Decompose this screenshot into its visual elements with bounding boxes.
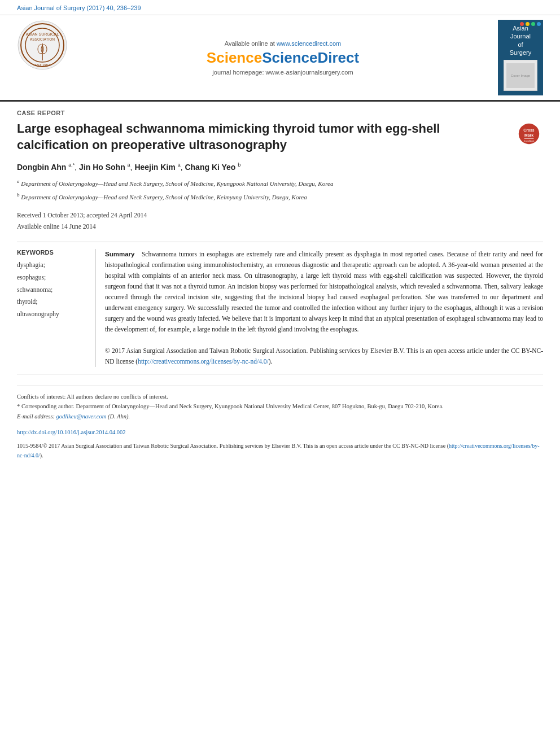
journal-cover: AsianJournalofSurgery Cover Image xyxy=(498,20,543,95)
dot-red xyxy=(520,22,524,26)
cc-license-link-2[interactable]: http://creativecommons.org/licenses/by-n… xyxy=(17,443,540,458)
corresponding-text: * Corresponding author. Department of Ot… xyxy=(17,401,543,412)
keyword-2: esophagus; xyxy=(17,272,89,284)
article-title-row: Large esophageal schwannoma mimicking th… xyxy=(17,121,543,153)
top-bar: Asian Journal of Surgery (2017) 40, 236–… xyxy=(0,0,560,15)
main-content: CASE REPORT Large esophageal schwannoma … xyxy=(0,102,560,471)
page: Asian Journal of Surgery (2017) 40, 236–… xyxy=(0,0,560,747)
issn-text: 1015-9584/© 2017 Asian Surgical Associat… xyxy=(17,443,540,458)
banner-center: Available online at www.sciencedirect.co… xyxy=(75,20,491,95)
section-label: CASE REPORT xyxy=(17,110,543,116)
keyword-4: thyroid; xyxy=(17,296,89,308)
svg-text:Mark: Mark xyxy=(524,133,533,137)
journal-citation: Asian Journal of Surgery (2017) 40, 236–… xyxy=(17,5,141,11)
summary-copyright: © 2017 Asian Surgical Association and Ta… xyxy=(105,347,543,365)
email-link[interactable]: godlikeu@naver.com xyxy=(56,413,107,420)
author-3: Heejin Kim a xyxy=(134,163,180,172)
dot-blue xyxy=(537,22,541,26)
keyword-5: ultrasonography xyxy=(17,308,89,321)
affiliations: a Department of Otolaryngology—Head and … xyxy=(17,177,543,203)
svg-text:CrossMark: CrossMark xyxy=(524,140,534,142)
summary-label: Summary xyxy=(105,251,134,257)
email-label: E-mail address: xyxy=(17,413,55,420)
keywords-column: KEYWORDS dysphagia; esophagus; schwannom… xyxy=(17,249,96,367)
svg-text:Cover Image: Cover Image xyxy=(511,74,531,77)
keywords-list: dysphagia; esophagus; schwannoma; thyroi… xyxy=(17,259,89,321)
journal-logo: ASIAN SURGICAL ASSOCIATION EST 1987 xyxy=(17,20,68,71)
issn-line: 1015-9584/© 2017 Asian Surgical Associat… xyxy=(17,441,543,460)
dates-section: Received 1 October 2013; accepted 24 Apr… xyxy=(17,209,543,233)
svg-text:ASIAN SURGICAL: ASIAN SURGICAL xyxy=(26,32,59,36)
author-4: Chang Ki Yeo b xyxy=(185,163,240,172)
keywords-summary-section: KEYWORDS dysphagia; esophagus; schwannom… xyxy=(17,242,543,374)
sciencedirect-link[interactable]: www.sciencedirect.com xyxy=(277,40,341,47)
dot-yellow xyxy=(526,22,530,26)
authors: Dongbin Ahn a,*, Jin Ho Sohn a, Heejin K… xyxy=(17,162,543,172)
affiliation-a: a Department of Otolaryngology—Head and … xyxy=(17,177,543,189)
email-suffix: (D. Ahn). xyxy=(108,413,130,420)
svg-text:EST 1987: EST 1987 xyxy=(35,63,50,67)
summary-column: Summary Schwannoma tumors in esophagus a… xyxy=(105,249,543,367)
available-text: Available online at www.sciencedirect.co… xyxy=(225,40,341,47)
keyword-1: dysphagia; xyxy=(17,259,89,272)
article-title: Large esophageal schwannoma mimicking th… xyxy=(17,121,504,153)
keyword-3: schwannoma; xyxy=(17,284,89,296)
author-1: Dongbin Ahn a,* xyxy=(17,163,75,172)
summary-text: Schwannoma tumors in esophagus are extre… xyxy=(105,251,543,333)
journal-cover-title: AsianJournalofSurgery xyxy=(510,24,532,56)
dot-green xyxy=(531,22,535,26)
sciencedirect-logo: ScienceScienceDirect xyxy=(207,49,359,67)
author-2: Jin Ho Sohn a xyxy=(79,163,130,172)
window-dots xyxy=(520,22,541,26)
journal-cover-image: Cover Image xyxy=(504,60,537,91)
footer-links: http://dx.doi.org/10.1016/j.asjsur.2014.… xyxy=(17,427,543,438)
footer-section: Conflicts of interest: All authors decla… xyxy=(17,386,543,460)
available-online-date: Available online 14 June 2014 xyxy=(17,221,543,233)
conflicts-text: Conflicts of interest: All authors decla… xyxy=(17,392,543,402)
crossmark-badge: Cross Mark CrossMark xyxy=(515,123,543,145)
journal-homepage: journal homepage: www.e-asianjournalsurg… xyxy=(212,69,353,76)
svg-text:Cross: Cross xyxy=(523,128,535,132)
keywords-title: KEYWORDS xyxy=(17,249,89,256)
journal-banner: ASIAN SURGICAL ASSOCIATION EST 1987 Avai… xyxy=(0,15,560,102)
affiliation-b: b Department of Otolaryngology—Head and … xyxy=(17,191,543,202)
received-date: Received 1 October 2013; accepted 24 Apr… xyxy=(17,209,543,221)
doi-link[interactable]: http://dx.doi.org/10.1016/j.asjsur.2014.… xyxy=(17,429,126,435)
svg-text:ASSOCIATION: ASSOCIATION xyxy=(30,37,55,41)
email-line: E-mail address: godlikeu@naver.com (D. A… xyxy=(17,412,543,422)
cc-license-link[interactable]: http://creativecommons.org/licenses/by-n… xyxy=(138,358,269,365)
